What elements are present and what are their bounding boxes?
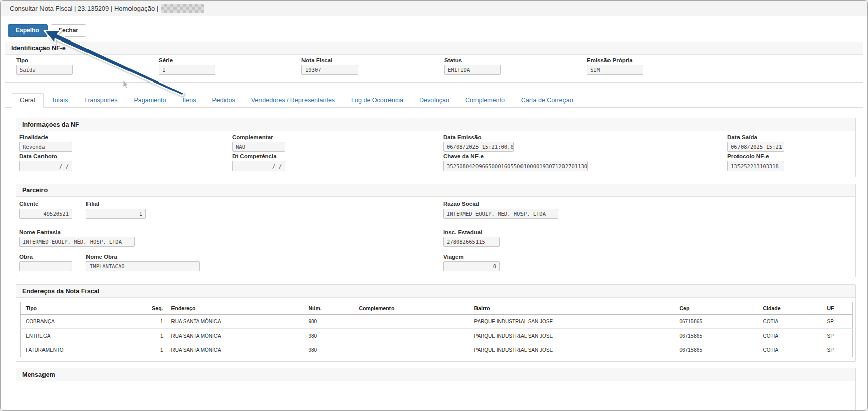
- tab-vendedores-representantes[interactable]: Vendedores / Representantes: [243, 93, 343, 108]
- tab-bar: Geral Totais Transportes Pagamento Itens…: [5, 93, 863, 108]
- nota-fiscal-label: Nota Fiscal: [301, 57, 358, 63]
- col-tipo: Tipo: [21, 302, 142, 315]
- window-titlebar: Consultar Nota Fiscal | 23.135209 | Homo…: [1, 1, 867, 16]
- col-uf: UF: [823, 302, 853, 315]
- data-canhoto-label: Data Canhoto: [19, 153, 72, 159]
- tab-itens[interactable]: Itens: [174, 93, 204, 108]
- complementar-field: Complementar NÃO: [232, 134, 285, 152]
- endereco-row-entrega[interactable]: ENTREGA 1 RUA SANTA MÔNICA 980 PARQUE IN…: [21, 329, 853, 343]
- cell-cep: 06715865: [676, 315, 759, 329]
- complementar-input[interactable]: NÃO: [232, 142, 285, 152]
- filial-input[interactable]: 1: [86, 209, 146, 219]
- tab-totais[interactable]: Totais: [44, 93, 76, 108]
- tab-transportes[interactable]: Transportes: [76, 93, 125, 108]
- tab-carta-de-correcao[interactable]: Carta de Correção: [513, 93, 581, 108]
- endereco-row-faturamento[interactable]: FATURAMENTO 1 RUA SANTA MÔNICA 980 PARQU…: [21, 343, 853, 357]
- col-endereco: Endereço: [167, 302, 305, 315]
- nome-fantasia-field: Nome Fantasia INTERMED EQUIP. MÉD. HOSP.…: [19, 229, 135, 247]
- chave-nfe-input[interactable]: 3525080420966500016055001000019307120270…: [443, 161, 588, 171]
- serie-label: Série: [159, 57, 215, 63]
- nome-fantasia-input[interactable]: INTERMED EQUIP. MÉD. HOSP. LTDA: [19, 237, 135, 247]
- tab-geral[interactable]: Geral: [12, 93, 44, 108]
- consultar-nota-fiscal-window: Consultar Nota Fiscal | 23.135209 | Homo…: [0, 0, 868, 411]
- tab-pagamento[interactable]: Pagamento: [125, 93, 174, 108]
- dt-competencia-label: Dt Competência: [232, 153, 285, 159]
- data-canhoto-input[interactable]: / /: [19, 161, 72, 171]
- cell-seq: 1: [142, 315, 167, 329]
- chave-nfe-label: Chave da NF-e: [443, 153, 588, 159]
- data-emissao-field: Data Emissão 06/08/2025 15:21:00.000: [443, 134, 514, 152]
- window-title: Consultar Nota Fiscal | 23.135209 | Homo…: [10, 5, 158, 12]
- parceiro-title: Parceiro: [16, 184, 855, 197]
- cell-num: 980: [305, 343, 355, 357]
- tipo-label: Tipo: [16, 57, 73, 63]
- identificacao-panel-title: Identificação NF-e: [5, 42, 863, 55]
- finalidade-input[interactable]: Revenda: [19, 142, 72, 152]
- cliente-input[interactable]: 49520521: [19, 209, 72, 219]
- col-seq: Seq.: [142, 302, 167, 315]
- insc-estadual-input[interactable]: 278082665115: [443, 237, 500, 247]
- cliente-label: Cliente: [19, 201, 72, 207]
- tipo-input[interactable]: Saída: [16, 65, 73, 75]
- tab-pedidos[interactable]: Pedidos: [204, 93, 243, 108]
- finalidade-field: Finalidade Revenda: [19, 134, 72, 152]
- complementar-label: Complementar: [232, 134, 285, 140]
- identificacao-panel: Identificação NF-e Tipo Saída Série 1 No…: [5, 42, 863, 83]
- mensagem-title: Mensagem: [16, 368, 855, 381]
- cell-cep: 06715865: [676, 343, 759, 357]
- finalidade-label: Finalidade: [19, 134, 72, 140]
- obra-input[interactable]: [19, 261, 72, 271]
- tipo-field: Tipo Saída: [16, 57, 73, 75]
- data-saida-input[interactable]: 06/08/2025 15:21: [727, 142, 784, 152]
- dt-competencia-input[interactable]: / /: [232, 161, 285, 171]
- cell-uf: SP: [823, 315, 853, 329]
- status-input[interactable]: EMITIDA: [444, 65, 501, 75]
- col-cep: Cep: [676, 302, 759, 315]
- cell-endereco: RUA SANTA MÔNICA: [167, 329, 305, 343]
- cell-cidade: COTIA: [759, 329, 823, 343]
- fechar-button[interactable]: Fechar: [51, 24, 86, 37]
- enderecos-table: Tipo Seq. Endereço Núm. Complemento Bair…: [20, 302, 853, 357]
- insc-estadual-field: Insc. Estadual 278082665115: [443, 229, 500, 247]
- protocolo-nfe-input[interactable]: 135252213103318: [727, 161, 784, 171]
- viagem-input[interactable]: 0: [443, 261, 500, 271]
- cell-bairro: PARQUE INDUSTRIAL SAN JOSE: [470, 315, 676, 329]
- cell-tipo: FATURAMENTO: [21, 343, 142, 357]
- nota-fiscal-input[interactable]: 19307: [301, 65, 358, 75]
- nome-obra-label: Nome Obra: [86, 254, 200, 260]
- protocolo-nfe-label: Protocolo NF-e: [727, 153, 784, 159]
- cell-bairro: PARQUE INDUSTRIAL SAN JOSE: [470, 343, 676, 357]
- col-bairro: Bairro: [470, 302, 676, 315]
- status-field: Status EMITIDA: [444, 57, 501, 75]
- razao-social-input[interactable]: INTERMED EQUIP. MED. HOSP. LTDA: [443, 209, 558, 219]
- data-canhoto-field: Data Canhoto / /: [19, 153, 72, 171]
- col-cidade: Cidade: [759, 302, 823, 315]
- data-saida-field: Data Saída 06/08/2025 15:21: [727, 134, 784, 152]
- cell-complemento: [355, 329, 470, 343]
- razao-social-field: Razão Social INTERMED EQUIP. MED. HOSP. …: [443, 201, 558, 219]
- cell-complemento: [355, 343, 470, 357]
- filial-field: Filial 1: [86, 201, 146, 219]
- obra-label: Obra: [19, 254, 72, 260]
- insc-estadual-label: Insc. Estadual: [443, 229, 500, 235]
- espelho-button[interactable]: Espelho: [8, 24, 48, 37]
- cell-endereco: RUA SANTA MÔNICA: [167, 343, 305, 357]
- cell-complemento: [355, 315, 470, 329]
- cliente-field: Cliente 49520521: [19, 201, 72, 219]
- cell-seq: 1: [142, 343, 167, 357]
- emissao-propria-input[interactable]: SIM: [587, 65, 643, 75]
- tab-complemento[interactable]: Complemento: [457, 93, 513, 108]
- data-emissao-input[interactable]: 06/08/2025 15:21:00.000: [443, 142, 514, 152]
- protocolo-nfe-field: Protocolo NF-e 135252213103318: [727, 153, 784, 171]
- endereco-row-cobranca[interactable]: COBRANÇA 1 RUA SANTA MÔNICA 980 PARQUE I…: [21, 315, 853, 329]
- cell-uf: SP: [823, 329, 853, 343]
- cell-cidade: COTIA: [759, 315, 823, 329]
- enderecos-panel: Endereços da Nota Fiscal Tipo Seq. Ender…: [16, 284, 856, 362]
- cell-num: 980: [305, 315, 355, 329]
- tab-log-de-ocorrencia[interactable]: Log de Ocorrência: [343, 93, 411, 108]
- tab-devolucao[interactable]: Devolução: [411, 93, 457, 108]
- serie-input[interactable]: 1: [159, 65, 215, 75]
- nome-obra-input[interactable]: IMPLANTACAO: [86, 261, 200, 271]
- data-emissao-label: Data Emissão: [443, 134, 514, 140]
- redacted-username: [161, 4, 204, 13]
